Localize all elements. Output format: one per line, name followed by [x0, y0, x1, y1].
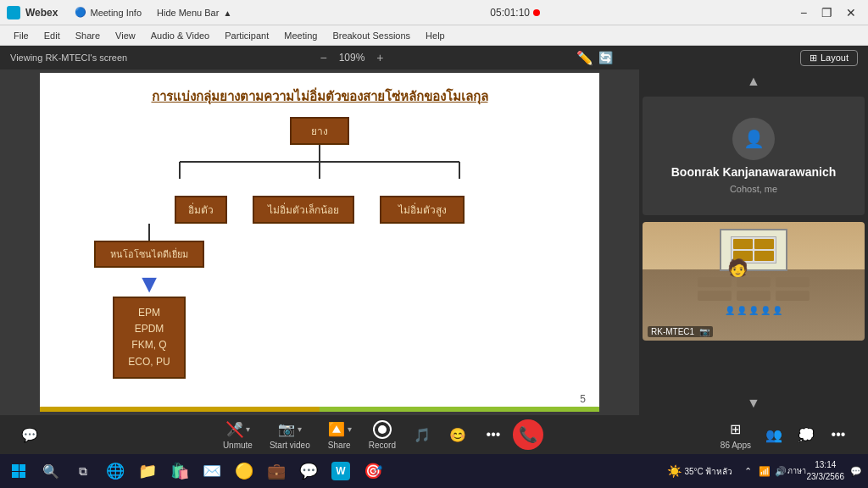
video-participant-label: RK-MTEC1 📷: [648, 326, 713, 337]
record-icon: [373, 420, 392, 439]
annotate-icon[interactable]: ✏️: [576, 50, 593, 66]
slide-bottom-bar: [40, 407, 599, 412]
zoom-level: 109%: [339, 52, 365, 64]
taskbar-folder-button[interactable]: 📁: [132, 456, 163, 486]
menu-item-breakout-sessions[interactable]: Breakout Sessions: [326, 29, 417, 42]
taskbar-edge-button[interactable]: 🌐: [100, 456, 131, 486]
share-arrow: ▾: [348, 424, 352, 434]
weather-icon: ☀️: [667, 464, 682, 478]
menu-item-share[interactable]: Share: [69, 29, 107, 42]
menu-item-audio-&-video[interactable]: Audio & Video: [144, 29, 217, 42]
search-button[interactable]: 🔍: [36, 456, 66, 486]
share-label: Share: [328, 441, 351, 450]
participant-card: 👤 Boonrak Kanjanawarawanich Cohost, me: [643, 97, 865, 215]
menu-item-view[interactable]: View: [108, 29, 142, 42]
taskbar-left: 🔍 ⧉ 🌐 📁 🛍️ ✉️ 🟡 💼 💬 W 🎯: [3, 456, 388, 486]
toolbar-more-button[interactable]: •••: [822, 422, 854, 447]
line-icon: 💬: [299, 462, 318, 480]
video-with-arrow: 📷 ▾: [277, 420, 302, 439]
taskbar-store-button[interactable]: 🛍️: [164, 456, 195, 486]
branch3-node: ไม่อิ่มตัวสูง: [380, 196, 465, 224]
taskbar-right: ☀️ 35°C ฟ้าหลัว ⌃ 📶 🔊 ภาษา 13:14 23/3/25…: [662, 459, 865, 483]
task-view-button[interactable]: ⧉: [68, 456, 98, 486]
avatar-placeholder: 👤: [732, 118, 775, 160]
start-video-button[interactable]: 📷 ▾ Start video: [263, 417, 317, 453]
scroll-up-button[interactable]: ▲: [639, 69, 868, 93]
taskbar-clock[interactable]: 13:14 23/3/2566: [807, 459, 845, 483]
taskbar-teams-button[interactable]: 💼: [261, 456, 292, 486]
menu-item-help[interactable]: Help: [419, 29, 452, 42]
taskbar-line-button[interactable]: 💬: [293, 456, 324, 486]
sub-branch: หนโอโซนไดดีเยี่ยม ▼ EPMEPDMFKM, QECO, PU: [108, 224, 191, 379]
taskbar-webex-button[interactable]: W: [326, 456, 356, 486]
apps-button[interactable]: ⊞ 86 Apps: [714, 417, 758, 453]
scroll-down-button[interactable]: ▼: [639, 391, 868, 415]
search-icon: 🔍: [42, 463, 59, 480]
video-camera-icon: 📷: [277, 420, 296, 439]
taskbar-mail-button[interactable]: ✉️: [197, 456, 227, 486]
title-bar: Webex 🔵 Meeting Info Hide Menu Bar ▲ 05:…: [0, 0, 868, 25]
classroom-bg: 🧑 👤 👤: [643, 222, 865, 341]
menu-item-meeting[interactable]: Meeting: [277, 29, 324, 42]
emoji-icon: 😊: [448, 425, 467, 444]
menu-item-participant[interactable]: Participant: [218, 29, 275, 42]
participant-role: Cohost, me: [730, 184, 777, 194]
store-icon: 🛍️: [170, 462, 189, 480]
notification-icon[interactable]: 💬: [848, 464, 865, 478]
keyboard-lang-icon[interactable]: ภาษา: [790, 464, 804, 478]
taskbar-time-value: 13:14: [815, 460, 836, 469]
weather-widget[interactable]: ☀️ 35°C ฟ้าหลัว: [662, 463, 737, 480]
branch1-node: อิ่มตัว: [175, 196, 227, 224]
app-name: Webex: [25, 7, 58, 19]
menu-bar: // Menu items will be rendered by JS Fil…: [0, 25, 868, 46]
close-button[interactable]: ✕: [841, 4, 861, 21]
zoom-in-button[interactable]: +: [371, 49, 388, 66]
share-icon: 🔼: [327, 420, 346, 439]
zoom-out-button[interactable]: −: [314, 49, 331, 66]
messages-button[interactable]: 💬: [14, 422, 46, 447]
share-button[interactable]: 🔼 ▾ Share: [320, 417, 359, 453]
chat-button[interactable]: 💭: [790, 422, 822, 447]
audio-button[interactable]: 🎵: [406, 422, 438, 447]
branches-row: อิ่มตัว ไม่อิ่มตัวเล็กน้อย ไม่อิ่มตัวสูง: [108, 196, 531, 224]
viewing-label: Viewing RK-MTECI's screen: [10, 53, 127, 63]
taskbar-chrome-button[interactable]: 🟡: [229, 456, 259, 486]
branch2-node: ไม่อิ่มตัวเล็กน้อย: [253, 196, 354, 224]
record-button[interactable]: Record: [362, 417, 403, 453]
root-node: ยาง: [290, 117, 349, 145]
start-button[interactable]: [3, 456, 34, 486]
participants-button[interactable]: 👥: [758, 422, 790, 447]
menu-item-edit[interactable]: Edit: [37, 29, 67, 42]
network-icon[interactable]: 📶: [758, 464, 771, 478]
audio-icon: 🎵: [413, 425, 431, 444]
slide-inner: การแบ่งกลุ่มยางตามความไม่อิ่มตัวของสายโซ…: [40, 73, 599, 412]
unmute-button[interactable]: 🎤 ▾ Unmute: [216, 417, 259, 453]
tray-arrow-icon[interactable]: ⌃: [742, 464, 755, 478]
chat-icon: 💭: [797, 425, 815, 444]
minimize-button[interactable]: −: [793, 4, 814, 21]
reactions-button[interactable]: 😊: [442, 422, 474, 447]
meeting-info-button[interactable]: 🔵 Meeting Info: [70, 5, 147, 19]
volume-icon[interactable]: 🔊: [774, 464, 787, 478]
restore-button[interactable]: ❐: [817, 4, 837, 21]
more-options-button[interactable]: •••: [477, 422, 509, 447]
presenter-figure: 🧑: [727, 258, 748, 278]
epm-box: EPMEPDMFKM, QECO, PU: [113, 297, 185, 379]
sync-icon[interactable]: 🔄: [598, 51, 613, 64]
end-call-button[interactable]: 📞: [513, 419, 543, 450]
video-arrow: ▾: [298, 424, 302, 434]
phone-icon: 📞: [519, 425, 537, 444]
taskbar-extra-button[interactable]: 🎯: [358, 456, 388, 486]
participant-name: Boonrak Kanjanawarawanich: [671, 165, 837, 179]
hide-menu-button[interactable]: Hide Menu Bar ▲: [152, 6, 236, 19]
toolbar-right: ⊞ 86 Apps 👥 💭 •••: [714, 417, 854, 453]
down-arrow: ▼: [136, 271, 162, 297]
menu-item-file[interactable]: File: [7, 29, 36, 42]
apps-label: 86 Apps: [721, 441, 751, 450]
windows-icon: [12, 464, 25, 478]
toolbar-left: 💬: [14, 422, 46, 447]
slide-number: 5: [580, 393, 586, 405]
layout-icon: ⊞: [810, 53, 817, 64]
clock-time: 05:01:10: [490, 7, 530, 19]
layout-button[interactable]: ⊞ Layout: [800, 50, 858, 66]
